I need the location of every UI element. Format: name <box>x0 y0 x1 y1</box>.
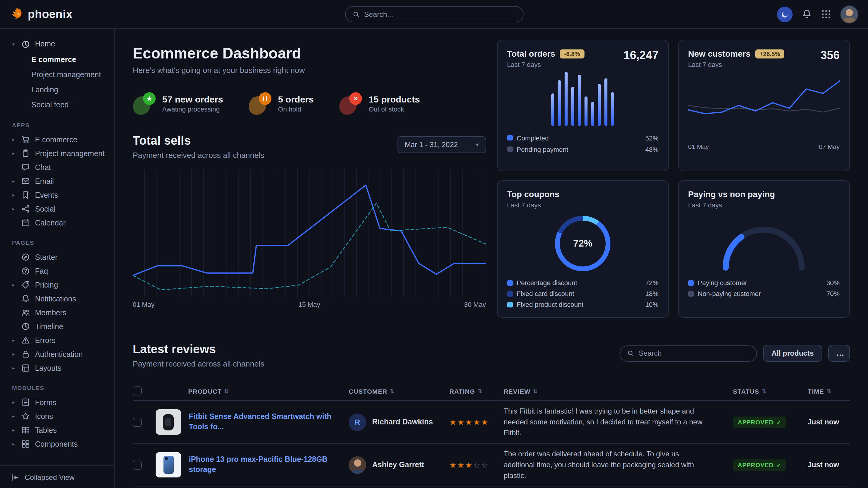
order-volume-bar <box>604 78 608 126</box>
select-all-checkbox[interactable] <box>133 386 142 395</box>
total-orders-bar-chart <box>507 72 659 126</box>
column-header-status[interactable]: STATUS⇅ <box>733 387 801 395</box>
row-checkbox[interactable] <box>133 460 142 469</box>
row-checkbox[interactable] <box>133 418 142 426</box>
apps-grid-button[interactable] <box>821 9 831 19</box>
donut-center-value: 72% <box>560 221 606 266</box>
legend-value: 10% <box>645 301 658 308</box>
sidebar-item-label: Forms <box>35 398 56 406</box>
components-icon <box>21 440 30 449</box>
caret-right-icon: ▸ <box>11 151 16 156</box>
date-range-select[interactable]: Mar 1 - 31, 2022 ▾ <box>398 136 486 153</box>
page-title: Ecommerce Dashboard <box>133 44 486 62</box>
sidebar-item-errors[interactable]: ▸ Errors <box>11 333 109 347</box>
user-avatar[interactable] <box>840 5 858 23</box>
sidebar-item-forms[interactable]: ▸ Forms <box>11 395 109 409</box>
bell-icon <box>21 294 30 303</box>
sidebar-item-landing[interactable]: Landing <box>31 82 109 97</box>
card-title: Total orders <box>507 49 555 59</box>
brand[interactable]: phoenix <box>10 7 73 21</box>
order-volume-bar <box>571 87 574 126</box>
product-image-iphone <box>156 452 181 478</box>
column-header-customer[interactable]: CUSTOMER⇅ <box>349 387 442 395</box>
sidebar-item-project-management-app[interactable]: ▸ Project management <box>11 147 109 160</box>
stat-value: 5 orders <box>278 94 314 104</box>
sidebar-item-label: Chat <box>35 163 51 171</box>
reviews-search[interactable] <box>619 345 757 361</box>
sidebar-item-ecommerce-dashboard[interactable]: E commerce <box>31 52 109 67</box>
lock-icon <box>21 350 30 359</box>
sidebar-item-tables[interactable]: ▸ Tables <box>11 423 109 437</box>
sidebar-item-notifications[interactable]: Notifications <box>11 292 109 306</box>
sidebar-item-members[interactable]: Members <box>11 306 109 320</box>
top-coupons-card: Top coupons Last 7 days 72% Percentage d… <box>497 180 669 318</box>
sidebar-item-icons[interactable]: ▸ Icons <box>11 409 109 423</box>
card-title: Paying vs non paying <box>688 189 775 199</box>
table-row: Fitbit Sense Advanced Smartwatch with To… <box>133 401 850 444</box>
product-link[interactable]: iPhone 13 pro max-Pacific Blue-128GB sto… <box>189 454 341 475</box>
review-time: Just now <box>808 418 850 426</box>
sidebar-item-social-feed[interactable]: Social feed <box>31 97 109 112</box>
collapse-sidebar-button[interactable]: Collapsed View <box>0 465 114 488</box>
home-submenu: E commerce Project management Landing So… <box>11 52 109 112</box>
hero-left: Ecommerce Dashboard Here's what's going … <box>133 39 486 318</box>
sidebar-item-label: Authentication <box>35 350 83 358</box>
legend-swatch <box>507 135 513 140</box>
total-sells-title: Total sells <box>133 134 264 148</box>
legend-row: Completed 52% <box>507 132 659 143</box>
caret-right-icon: ▸ <box>11 352 16 357</box>
legend-label: Percentage discount <box>517 279 577 286</box>
sidebar-item-pricing[interactable]: ▸ Pricing <box>11 278 109 292</box>
navbar-search-input[interactable] <box>364 10 516 19</box>
legend-row: Percentage discount 72% <box>507 277 659 288</box>
more-options-button[interactable]: ... <box>828 345 850 362</box>
moon-icon <box>780 10 789 19</box>
form-icon <box>21 398 30 407</box>
sidebar-item-faq[interactable]: Faq <box>11 264 109 278</box>
search-icon <box>352 10 359 18</box>
sidebar-item-authentication[interactable]: ▸ Authentication <box>11 347 109 361</box>
sidebar-item-ecommerce-app[interactable]: ▸ E commerce <box>11 133 109 147</box>
legend-label: Fixed card discount <box>517 290 574 297</box>
sidebar-item-project-management-dashboard[interactable]: Project management <box>31 67 109 82</box>
column-header-time[interactable]: TIME⇅ <box>808 387 850 395</box>
order-volume-bar <box>578 74 581 126</box>
sidebar-item-events[interactable]: ▸ Events <box>11 188 109 202</box>
caret-right-icon: ▸ <box>11 414 16 419</box>
sidebar-item-label: Project management <box>35 149 105 158</box>
notifications-button[interactable] <box>802 9 812 19</box>
navbar-search[interactable] <box>345 6 523 22</box>
all-products-button[interactable]: All products <box>763 345 822 362</box>
sidebar-item-social[interactable]: ▸ Social <box>11 202 109 216</box>
table-icon <box>21 426 30 435</box>
section-title-apps: APPS <box>12 122 109 128</box>
stat-out-of-stock: ✕ 15 products Out of stock <box>339 92 420 115</box>
status-badge: APPROVED✓ <box>733 459 786 471</box>
sidebar-item-label: Events <box>35 191 58 199</box>
sidebar-item-layouts[interactable]: ▸ Layouts <box>11 361 109 375</box>
legend-row: Paying customer 30% <box>688 277 840 288</box>
sidebar-item-label: Layouts <box>35 364 62 372</box>
column-header-review[interactable]: REVIEW⇅ <box>504 387 726 395</box>
sidebar-item-starter[interactable]: Starter <box>11 250 109 264</box>
sidebar-item-chat[interactable]: Chat <box>11 160 109 174</box>
legend-row: Pending payment 48% <box>507 143 659 155</box>
order-volume-bar <box>591 102 594 126</box>
legend-label: Fixed product discount <box>517 301 583 308</box>
sidebar-item-components[interactable]: ▸ Components <box>11 437 109 451</box>
reviews-subtitle: Payment received across all channels <box>133 359 264 368</box>
sidebar-item-email[interactable]: ▸ Email <box>11 174 109 188</box>
check-icon: ✓ <box>777 419 781 425</box>
reviews-search-input[interactable] <box>639 349 749 357</box>
sidebar-item-calendar[interactable]: Calendar <box>11 216 109 230</box>
caret-right-icon: ▸ <box>11 441 16 447</box>
sidebar-item-timeline[interactable]: Timeline <box>11 320 109 333</box>
column-header-rating[interactable]: RATING⇅ <box>450 387 496 395</box>
column-header-product[interactable]: PRODUCT⇅ <box>156 387 341 395</box>
sidebar-item-home[interactable]: ▾ Home <box>11 36 109 52</box>
product-link[interactable]: Fitbit Sense Advanced Smartwatch with To… <box>189 412 341 432</box>
legend-label: Paying customer <box>698 279 747 286</box>
theme-toggle-button[interactable] <box>777 6 793 22</box>
page-subtitle: Here's what's going on at your business … <box>133 66 486 75</box>
legend-value: 48% <box>645 145 658 153</box>
